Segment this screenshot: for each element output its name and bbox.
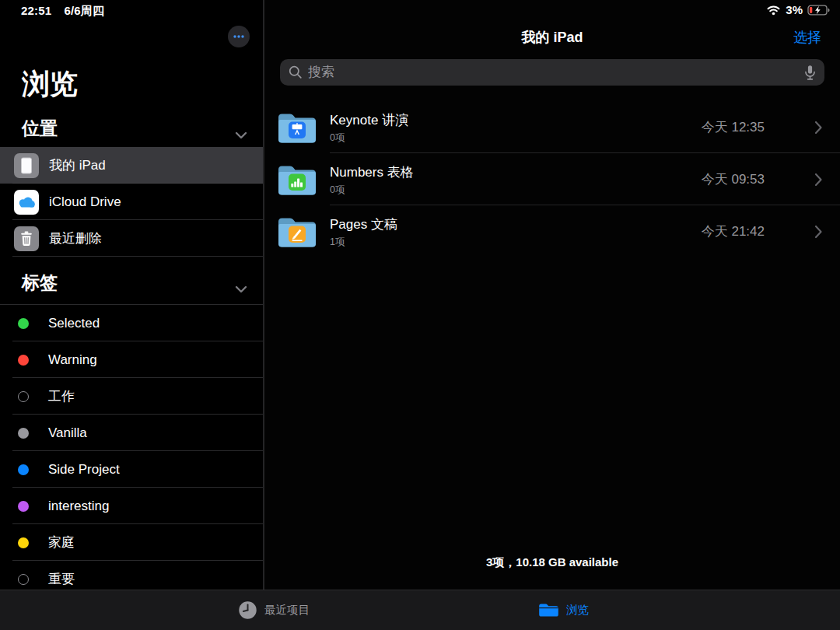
search-input[interactable] bbox=[308, 65, 799, 80]
locations-section-header[interactable]: 位置 bbox=[22, 117, 263, 141]
search-icon bbox=[289, 65, 303, 79]
wifi-icon bbox=[766, 5, 781, 16]
keynote-folder-icon bbox=[277, 110, 317, 145]
tag-color-dot bbox=[18, 501, 29, 512]
tag-label: interesting bbox=[48, 499, 109, 514]
sidebar-item-recently-deleted[interactable]: 最近删除 bbox=[0, 220, 263, 257]
file-list: Keynote 讲演 0项 今天 12:35 Numbers 表格 0项 今天 … bbox=[264, 101, 840, 257]
chevron-down-icon bbox=[235, 277, 247, 298]
sidebar-item-icloud-drive[interactable]: iCloud Drive bbox=[0, 184, 263, 220]
sidebar-tag-selected[interactable]: Selected bbox=[0, 305, 263, 341]
tag-label: Side Project bbox=[48, 462, 120, 478]
chevron-right-icon bbox=[814, 225, 823, 239]
page-title: 我的 iPad bbox=[264, 28, 840, 47]
tag-color-dot bbox=[18, 391, 29, 402]
file-name: Numbers 表格 bbox=[330, 163, 702, 181]
files-app-screen: 22:51 6/6周四 3% 浏览 位置 bbox=[0, 0, 840, 630]
locations-header-label: 位置 bbox=[22, 118, 58, 138]
file-row-pages-folder[interactable]: Pages 文稿 1项 今天 21:42 bbox=[264, 205, 840, 257]
pages-folder-icon bbox=[277, 215, 317, 249]
sidebar-tag-warning[interactable]: Warning bbox=[0, 341, 263, 378]
sidebar-tag-important[interactable]: 重要 bbox=[0, 561, 263, 590]
battery-percent: 3% bbox=[786, 3, 803, 16]
tab-label: 浏览 bbox=[566, 603, 589, 618]
tag-color-dot bbox=[18, 318, 29, 329]
file-date: 今天 12:35 bbox=[702, 118, 765, 136]
storage-status-text: 3项，10.18 GB available bbox=[264, 555, 840, 570]
tab-browse[interactable]: 浏览 bbox=[538, 590, 589, 630]
status-time: 22:51 bbox=[21, 4, 51, 19]
tags-list: Selected Warning 工作 Vanilla Side Project… bbox=[0, 304, 263, 590]
file-row-keynote-folder[interactable]: Keynote 讲演 0项 今天 12:35 bbox=[264, 101, 840, 153]
file-row-numbers-folder[interactable]: Numbers 表格 0项 今天 09:53 bbox=[264, 153, 840, 205]
tag-label: 工作 bbox=[48, 387, 75, 405]
tag-label: Warning bbox=[48, 352, 97, 368]
tab-bar: 最近项目 浏览 bbox=[0, 590, 840, 630]
sidebar-item-label: iCloud Drive bbox=[49, 194, 121, 210]
tag-color-dot bbox=[18, 355, 29, 366]
tab-label: 最近项目 bbox=[264, 603, 310, 618]
tags-header-label: 标签 bbox=[22, 272, 58, 292]
status-bar-left: 22:51 6/6周四 bbox=[21, 4, 104, 19]
file-info: Pages 文稿 1项 bbox=[330, 214, 702, 249]
tag-color-dot bbox=[18, 537, 29, 548]
locations-list: 我的 iPad iCloud Drive 最近删除 bbox=[0, 147, 263, 257]
tag-label: 家庭 bbox=[48, 534, 75, 551]
battery-charging-icon bbox=[807, 5, 831, 16]
chevron-right-icon bbox=[814, 173, 823, 187]
file-item-count: 0项 bbox=[330, 131, 702, 145]
sidebar-tag-interesting[interactable]: interesting bbox=[0, 488, 263, 524]
tag-color-dot bbox=[18, 428, 29, 439]
main-content: 我的 iPad 选择 Keynote 讲演 0项 今天 12:35 bbox=[263, 0, 840, 590]
search-bar[interactable] bbox=[280, 59, 824, 86]
file-name: Pages 文稿 bbox=[330, 215, 702, 233]
trash-icon bbox=[14, 226, 39, 251]
more-options-button[interactable] bbox=[228, 26, 250, 47]
sidebar-title: 浏览 bbox=[22, 65, 78, 103]
chevron-down-icon bbox=[235, 123, 247, 144]
status-bar-right: 3% bbox=[766, 3, 831, 16]
sidebar-tag-vanilla[interactable]: Vanilla bbox=[0, 415, 263, 451]
tag-label: Selected bbox=[48, 316, 100, 331]
file-info: Keynote 讲演 0项 bbox=[330, 110, 702, 145]
sidebar-item-label: 最近删除 bbox=[49, 229, 102, 247]
chevron-right-icon bbox=[814, 121, 823, 135]
file-info: Numbers 表格 0项 bbox=[330, 162, 702, 197]
tag-label: 重要 bbox=[48, 570, 75, 588]
folder-icon bbox=[538, 602, 559, 618]
sidebar-tag-work[interactable]: 工作 bbox=[0, 378, 263, 415]
sidebar: 浏览 位置 我的 iPad iCloud Drive bbox=[0, 0, 263, 590]
sidebar-item-my-ipad[interactable]: 我的 iPad bbox=[0, 147, 263, 184]
numbers-folder-icon bbox=[277, 163, 317, 197]
select-button[interactable]: 选择 bbox=[793, 28, 821, 47]
status-date: 6/6周四 bbox=[64, 4, 104, 19]
icloud-drive-icon bbox=[14, 190, 39, 215]
mic-icon[interactable] bbox=[804, 65, 816, 81]
file-date: 今天 21:42 bbox=[702, 222, 765, 240]
tag-label: Vanilla bbox=[48, 425, 87, 441]
tags-section-header[interactable]: 标签 bbox=[22, 271, 263, 295]
file-date: 今天 09:53 bbox=[702, 170, 765, 188]
sidebar-item-label: 我的 iPad bbox=[49, 156, 106, 174]
file-name: Keynote 讲演 bbox=[330, 111, 702, 129]
tag-color-dot bbox=[18, 574, 29, 585]
ipad-icon bbox=[14, 153, 39, 178]
clock-icon bbox=[238, 600, 257, 620]
sidebar-tag-home[interactable]: 家庭 bbox=[0, 524, 263, 561]
sidebar-tag-side-project[interactable]: Side Project bbox=[0, 451, 263, 488]
file-item-count: 1项 bbox=[330, 236, 702, 249]
ellipsis-icon bbox=[233, 34, 245, 39]
tab-recents[interactable]: 最近项目 bbox=[238, 590, 310, 630]
tag-color-dot bbox=[18, 464, 29, 475]
file-item-count: 0项 bbox=[330, 184, 702, 197]
